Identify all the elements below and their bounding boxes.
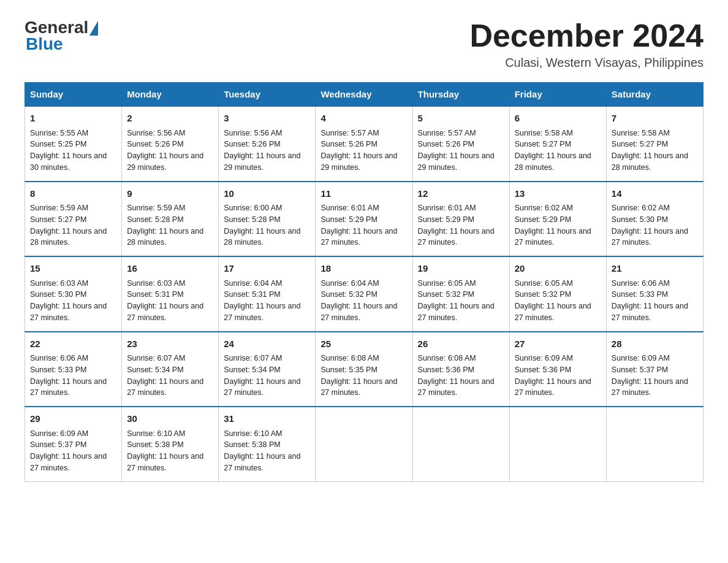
day-number: 12 — [418, 187, 504, 201]
cell-day: 11 Sunrise: 6:01 AM Sunset: 5:29 PM Dayl… — [316, 182, 412, 257]
cell-day: 25 Sunrise: 6:08 AM Sunset: 5:35 PM Dayl… — [316, 332, 412, 407]
cell-day: 29 Sunrise: 6:09 AM Sunset: 5:37 PM Dayl… — [25, 407, 122, 481]
day-number: 3 — [224, 112, 310, 126]
day-number: 10 — [224, 187, 310, 201]
daylight-label: Daylight: 11 hours and 27 minutes. — [515, 302, 591, 322]
sunrise-label: Sunrise: 6:06 AM — [30, 354, 88, 362]
sunset-label: Sunset: 5:25 PM — [30, 140, 86, 148]
daylight-label: Daylight: 11 hours and 28 minutes. — [515, 151, 591, 172]
sunset-label: Sunset: 5:37 PM — [30, 440, 86, 449]
cell-day: 19 Sunrise: 6:05 AM Sunset: 5:32 PM Dayl… — [412, 256, 509, 332]
daylight-label: Daylight: 11 hours and 27 minutes. — [320, 227, 397, 247]
sunrise-label: Sunrise: 5:55 AM — [30, 129, 88, 137]
sunset-label: Sunset: 5:26 PM — [418, 140, 474, 148]
sunset-label: Sunset: 5:33 PM — [30, 366, 86, 374]
sunset-label: Sunset: 5:30 PM — [30, 290, 86, 299]
cell-day: 18 Sunrise: 6:04 AM Sunset: 5:32 PM Dayl… — [316, 256, 412, 332]
sunset-label: Sunset: 5:32 PM — [515, 290, 571, 299]
sunset-label: Sunset: 5:26 PM — [320, 140, 377, 148]
sunrise-label: Sunrise: 5:59 AM — [30, 204, 88, 212]
cell-day: 14 Sunrise: 6:02 AM Sunset: 5:30 PM Dayl… — [606, 182, 703, 257]
day-number: 22 — [30, 337, 116, 351]
sunset-label: Sunset: 5:35 PM — [320, 366, 377, 374]
sunset-label: Sunset: 5:28 PM — [127, 215, 183, 224]
cell-day: 10 Sunrise: 6:00 AM Sunset: 5:28 PM Dayl… — [219, 182, 316, 257]
sunset-label: Sunset: 5:38 PM — [127, 440, 183, 449]
sunset-label: Sunset: 5:29 PM — [320, 215, 377, 224]
sunset-label: Sunset: 5:29 PM — [515, 215, 571, 224]
cell-day: 3 Sunrise: 5:56 AM Sunset: 5:26 PM Dayli… — [219, 106, 316, 182]
cell-day: 17 Sunrise: 6:04 AM Sunset: 5:31 PM Dayl… — [219, 256, 316, 332]
daylight-label: Daylight: 11 hours and 27 minutes. — [418, 377, 495, 397]
daylight-label: Daylight: 11 hours and 27 minutes. — [418, 302, 495, 322]
sunrise-label: Sunrise: 6:01 AM — [418, 204, 476, 212]
day-number: 25 — [320, 337, 407, 351]
header-row: Sunday Monday Tuesday Wednesday Thursday… — [25, 83, 703, 107]
daylight-label: Daylight: 11 hours and 29 minutes. — [224, 151, 300, 172]
day-number: 17 — [224, 262, 310, 276]
cell-day — [412, 407, 509, 481]
daylight-label: Daylight: 11 hours and 27 minutes. — [320, 302, 397, 322]
sunrise-label: Sunrise: 6:04 AM — [224, 279, 282, 288]
sunrise-label: Sunrise: 5:56 AM — [127, 129, 185, 137]
day-number: 28 — [612, 337, 698, 351]
day-number: 7 — [612, 112, 698, 126]
sunset-label: Sunset: 5:38 PM — [224, 440, 280, 449]
daylight-label: Daylight: 11 hours and 29 minutes. — [127, 151, 203, 172]
daylight-label: Daylight: 11 hours and 27 minutes. — [127, 302, 203, 322]
cell-day: 31 Sunrise: 6:10 AM Sunset: 5:38 PM Dayl… — [219, 407, 316, 481]
cell-day: 21 Sunrise: 6:06 AM Sunset: 5:33 PM Dayl… — [606, 256, 703, 332]
day-number: 4 — [320, 112, 407, 126]
day-number: 23 — [127, 337, 213, 351]
daylight-label: Daylight: 11 hours and 30 minutes. — [30, 151, 107, 172]
daylight-label: Daylight: 11 hours and 27 minutes. — [30, 302, 107, 322]
cell-day: 23 Sunrise: 6:07 AM Sunset: 5:34 PM Dayl… — [122, 332, 219, 407]
cell-day: 4 Sunrise: 5:57 AM Sunset: 5:26 PM Dayli… — [316, 106, 412, 182]
sunrise-label: Sunrise: 5:58 AM — [612, 129, 670, 137]
cell-day: 28 Sunrise: 6:09 AM Sunset: 5:37 PM Dayl… — [606, 332, 703, 407]
day-number: 19 — [418, 262, 504, 276]
day-number: 20 — [515, 262, 601, 276]
cell-day: 13 Sunrise: 6:02 AM Sunset: 5:29 PM Dayl… — [509, 182, 606, 257]
sunset-label: Sunset: 5:34 PM — [127, 366, 183, 374]
day-number: 15 — [30, 262, 116, 276]
cell-day — [509, 407, 606, 481]
sunrise-label: Sunrise: 6:05 AM — [515, 279, 573, 288]
daylight-label: Daylight: 11 hours and 28 minutes. — [612, 151, 688, 172]
cell-day: 22 Sunrise: 6:06 AM Sunset: 5:33 PM Dayl… — [25, 332, 122, 407]
sunset-label: Sunset: 5:27 PM — [515, 140, 571, 148]
sunset-label: Sunset: 5:31 PM — [127, 290, 183, 299]
sunset-label: Sunset: 5:32 PM — [418, 290, 474, 299]
daylight-label: Daylight: 11 hours and 27 minutes. — [224, 377, 300, 397]
cell-day: 8 Sunrise: 5:59 AM Sunset: 5:27 PM Dayli… — [25, 182, 122, 257]
cell-day: 7 Sunrise: 5:58 AM Sunset: 5:27 PM Dayli… — [606, 106, 703, 182]
cell-day: 26 Sunrise: 6:08 AM Sunset: 5:36 PM Dayl… — [412, 332, 509, 407]
daylight-label: Daylight: 11 hours and 28 minutes. — [127, 227, 203, 247]
sunset-label: Sunset: 5:28 PM — [224, 215, 280, 224]
daylight-label: Daylight: 11 hours and 27 minutes. — [30, 452, 107, 472]
col-wednesday: Wednesday — [316, 83, 412, 107]
sunset-label: Sunset: 5:36 PM — [418, 366, 474, 374]
sunset-label: Sunset: 5:33 PM — [612, 290, 668, 299]
sunset-label: Sunset: 5:32 PM — [320, 290, 377, 299]
day-number: 14 — [612, 187, 698, 201]
cell-day: 15 Sunrise: 6:03 AM Sunset: 5:30 PM Dayl… — [25, 256, 122, 332]
sunrise-label: Sunrise: 6:10 AM — [127, 429, 185, 438]
daylight-label: Daylight: 11 hours and 27 minutes. — [224, 302, 300, 322]
daylight-label: Daylight: 11 hours and 27 minutes. — [515, 377, 591, 397]
sunset-label: Sunset: 5:37 PM — [612, 366, 668, 374]
week-row-1: 1 Sunrise: 5:55 AM Sunset: 5:25 PM Dayli… — [25, 106, 703, 182]
daylight-label: Daylight: 11 hours and 28 minutes. — [224, 227, 300, 247]
sunset-label: Sunset: 5:27 PM — [612, 140, 668, 148]
sunrise-label: Sunrise: 6:08 AM — [320, 354, 379, 362]
week-row-4: 22 Sunrise: 6:06 AM Sunset: 5:33 PM Dayl… — [25, 332, 703, 407]
day-number: 6 — [515, 112, 601, 126]
cell-day: 30 Sunrise: 6:10 AM Sunset: 5:38 PM Dayl… — [122, 407, 219, 481]
logo-blue: Blue — [26, 34, 63, 53]
sunrise-label: Sunrise: 6:05 AM — [418, 279, 476, 288]
day-number: 29 — [30, 412, 116, 426]
daylight-label: Daylight: 11 hours and 29 minutes. — [320, 151, 397, 172]
daylight-label: Daylight: 11 hours and 27 minutes. — [612, 377, 688, 397]
sunrise-label: Sunrise: 5:56 AM — [224, 129, 282, 137]
day-number: 21 — [612, 262, 698, 276]
